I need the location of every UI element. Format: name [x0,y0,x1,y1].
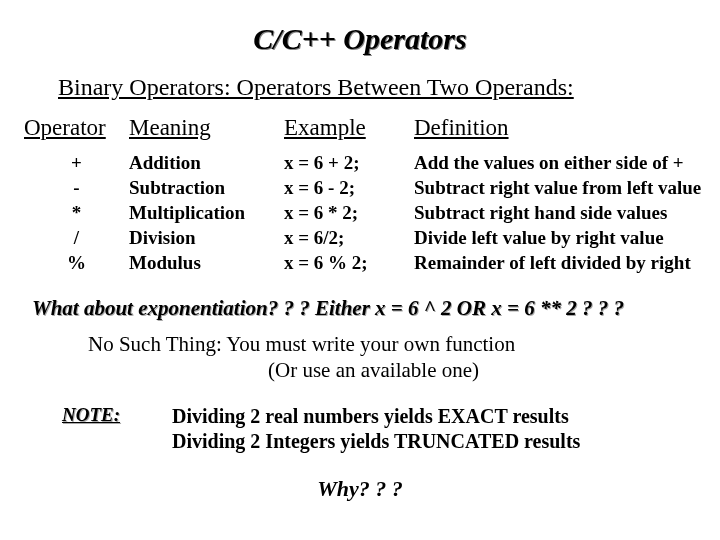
cell-operator: - [24,177,129,199]
cell-definition: Divide left value by right value [414,227,720,249]
header-definition: Definition [414,115,720,141]
header-meaning: Meaning [129,115,284,141]
cell-example: x = 6/2; [284,227,414,249]
slide: C/C++ Operators Binary Operators: Operat… [0,0,720,540]
cell-example: x = 6 * 2; [284,202,414,224]
note-line1: Dividing 2 real numbers yields EXACT res… [172,405,569,427]
header-operator: Operator [24,115,129,141]
cell-meaning: Subtraction [129,177,284,199]
cell-example: x = 6 + 2; [284,152,414,174]
no-such-line1: No Such Thing: You must write your own f… [88,332,515,356]
cell-meaning: Division [129,227,284,249]
cell-example: x = 6 % 2; [284,252,414,274]
no-such-thing: No Such Thing: You must write your own f… [88,331,702,384]
cell-operator: % [24,252,129,274]
exponentiation-question: What about exponentiation? ? ? Either x … [32,296,702,321]
note-block: NOTE: Dividing 2 real numbers yields EXA… [62,404,702,454]
cell-meaning: Modulus [129,252,284,274]
note-line2: Dividing 2 Integers yields TRUNCATED res… [172,430,580,452]
cell-definition: Subtract right hand side values [414,202,720,224]
why-question: Why? ? ? [18,476,702,502]
cell-operator: + [24,152,129,174]
cell-operator: * [24,202,129,224]
cell-example: x = 6 - 2; [284,177,414,199]
cell-definition: Subtract right value from left value [414,177,720,199]
cell-meaning: Multiplication [129,202,284,224]
subtitle: Binary Operators: Operators Between Two … [58,74,702,101]
cell-definition: Add the values on either side of + [414,152,720,174]
page-title: C/C++ Operators [18,22,702,56]
note-body: Dividing 2 real numbers yields EXACT res… [172,404,580,454]
header-example: Example [284,115,414,141]
cell-meaning: Addition [129,152,284,174]
cell-definition: Remainder of left divided by right [414,252,720,274]
operators-table: Operator Meaning Example Definition + Ad… [24,115,702,274]
note-label: NOTE: [62,404,172,454]
no-such-line2: (Or use an available one) [268,357,479,383]
cell-operator: / [24,227,129,249]
